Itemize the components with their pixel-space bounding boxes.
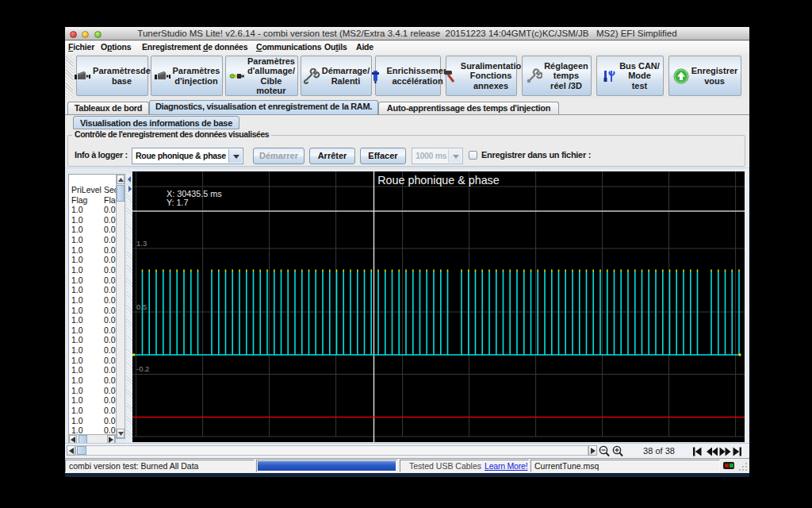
svg-text:1.3: 1.3 bbox=[136, 239, 147, 248]
svg-text:0.5: 0.5 bbox=[136, 302, 147, 311]
svg-text:Y: 1.7: Y: 1.7 bbox=[167, 198, 189, 207]
svg-text:Roue phonique & phase: Roue phonique & phase bbox=[377, 174, 499, 187]
svg-text:-0.2: -0.2 bbox=[136, 364, 149, 373]
